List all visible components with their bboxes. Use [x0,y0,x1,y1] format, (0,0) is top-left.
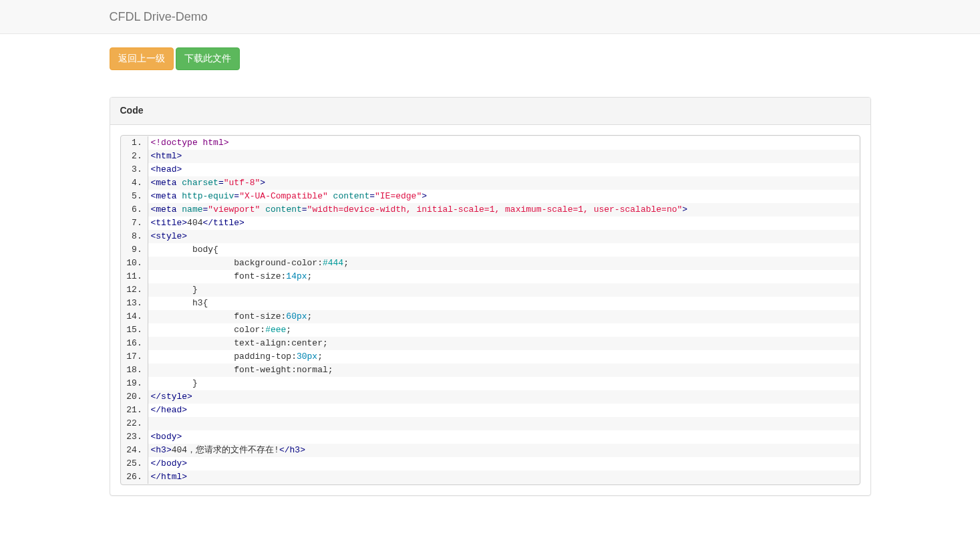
code-line: text-align:center; [148,337,859,350]
code-line: </html> [148,470,859,484]
code-line: <meta http-equiv="X-UA-Compatible" conte… [148,190,859,203]
code-panel: Code <!doctype html><html><head><meta ch… [110,97,871,496]
code-line: </body> [148,457,859,470]
code-line: h3{ [148,297,859,310]
code-line: font-weight:normal; [148,364,859,377]
code-line: <body> [148,430,859,444]
code-line: padding-top:30px; [148,350,859,364]
code-line: font-size:14px; [148,270,859,283]
download-button[interactable]: 下载此文件 [176,47,240,70]
code-line: font-size:60px; [148,310,859,323]
navbar-brand[interactable]: CFDL Drive-Demo [110,0,218,33]
navbar: CFDL Drive-Demo [0,0,980,34]
code-line: color:#eee; [148,323,859,337]
code-line: <style> [148,230,859,243]
code-line: <head> [148,163,859,176]
code-line: <!doctype html> [148,136,859,150]
code-line: <title>404</title> [148,217,859,230]
code-line: } [148,283,859,297]
code-line [148,417,859,430]
code-line: <meta name="viewport" content="width=dev… [148,203,859,217]
code-line: } [148,377,859,390]
code-line: </head> [148,404,859,417]
code-line: background-color:#444; [148,257,859,270]
code-line: <h3>404，您请求的文件不存在!</h3> [148,444,859,457]
code-line: </style> [148,390,859,404]
panel-title: Code [110,98,870,125]
button-row: 返回上一级 下载此文件 [110,34,871,84]
code-line: body{ [148,243,859,257]
code-line: <meta charset="utf-8"> [148,176,859,190]
back-button[interactable]: 返回上一级 [110,47,174,70]
code-line: <html> [148,150,859,163]
code-listing: <!doctype html><html><head><meta charset… [120,135,860,485]
